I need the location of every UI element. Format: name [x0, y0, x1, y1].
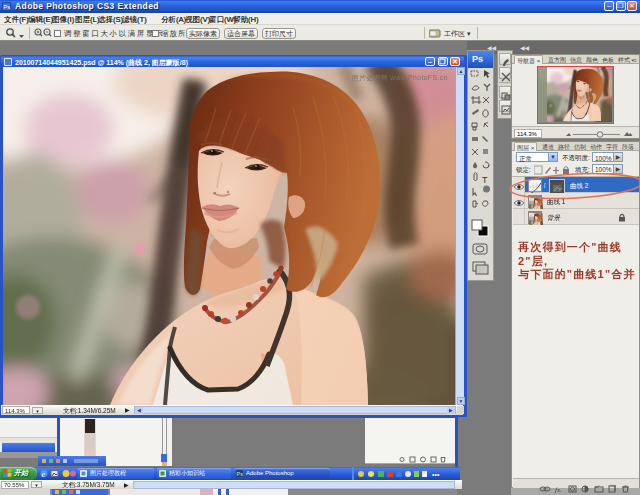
svg-text:Ps: Ps	[3, 4, 10, 10]
svg-text:T: T	[482, 175, 488, 185]
svg-text:Ps: Ps	[237, 471, 244, 477]
svg-text:fx.: fx.	[555, 486, 562, 494]
svg-text:e: e	[42, 470, 46, 479]
svg-text:•••: •••	[432, 471, 440, 478]
